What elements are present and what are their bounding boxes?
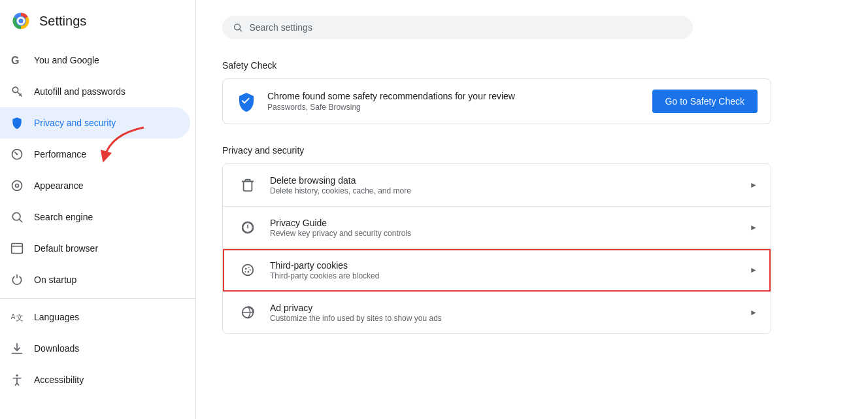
svg-point-6 xyxy=(12,87,18,92)
svg-point-31 xyxy=(242,265,254,276)
sidebar-item-default-browser[interactable]: Default browser xyxy=(0,233,190,264)
item-sub-text: Delete history, cookies, cache, and more xyxy=(270,186,411,195)
appearance-icon xyxy=(10,179,24,192)
third-party-cookies-item[interactable]: Third-party cookies Third-party cookies … xyxy=(223,249,771,292)
search-icon xyxy=(10,210,24,224)
search-input[interactable] xyxy=(249,22,682,33)
sidebar-item-search-engine[interactable]: Search engine xyxy=(0,201,190,233)
trash-icon xyxy=(236,173,259,197)
svg-line-8 xyxy=(20,93,22,95)
power-icon xyxy=(10,273,24,286)
sidebar-item-on-startup[interactable]: On startup xyxy=(0,264,190,295)
item-main-text: Ad privacy xyxy=(270,303,442,313)
svg-rect-16 xyxy=(12,244,23,254)
key-icon xyxy=(10,85,24,98)
sidebar-item-label: Autofill and passwords xyxy=(34,86,125,97)
svg-point-36 xyxy=(250,269,251,271)
cookie-icon xyxy=(236,258,259,282)
search-icon xyxy=(233,22,242,33)
app-title: Settings xyxy=(39,14,86,29)
ad-privacy-icon xyxy=(236,301,259,324)
sidebar-header: Settings xyxy=(0,0,195,42)
svg-point-13 xyxy=(16,184,19,188)
sidebar-item-label: Accessibility xyxy=(34,375,84,385)
sidebar-item-you-and-google[interactable]: G You and Google xyxy=(0,44,190,76)
accessibility-icon xyxy=(10,373,24,386)
sidebar-item-label: Appearance xyxy=(34,180,84,191)
safety-shield-icon xyxy=(236,91,257,112)
search-bar-container xyxy=(222,16,842,39)
svg-point-34 xyxy=(248,271,250,273)
safety-check-text: Chrome found some safety recommendations… xyxy=(267,91,515,112)
chrome-logo-icon xyxy=(10,10,31,31)
delete-browsing-data-item[interactable]: Delete browsing data Delete history, coo… xyxy=(223,164,771,207)
item-sub-text: Third-party cookies are blocked xyxy=(270,271,379,280)
item-sub-text: Review key privacy and security controls xyxy=(270,229,411,238)
svg-point-33 xyxy=(248,267,250,268)
sidebar-item-autofill[interactable]: Autofill and passwords xyxy=(0,76,190,107)
svg-line-23 xyxy=(240,29,242,31)
safety-check-main-text: Chrome found some safety recommendations… xyxy=(267,91,515,101)
sidebar-item-downloads[interactable]: Downloads xyxy=(0,333,190,364)
safety-check-left: Chrome found some safety recommendations… xyxy=(236,91,515,112)
svg-line-15 xyxy=(20,220,22,222)
translate-icon: A 文 xyxy=(10,310,24,324)
svg-point-32 xyxy=(245,268,247,270)
sidebar-item-privacy-security[interactable]: Privacy and security xyxy=(0,107,190,139)
sidebar: Settings G You and Google Autofill an xyxy=(0,0,196,419)
svg-line-9 xyxy=(19,95,20,96)
item-main-text: Privacy Guide xyxy=(270,218,411,228)
sidebar-item-performance[interactable]: Performance xyxy=(0,139,190,170)
item-text-group: Ad privacy Customize the info used by si… xyxy=(270,303,442,323)
sidebar-item-label: Languages xyxy=(34,312,79,322)
main-content: Safety Check Chrome found some safety re… xyxy=(196,0,868,419)
privacy-security-section: Privacy and security Delete browsing dat… xyxy=(222,145,771,334)
item-text-group: Delete browsing data Delete history, coo… xyxy=(270,175,411,195)
safety-check-card: Chrome found some safety recommendations… xyxy=(222,78,771,124)
sidebar-item-label: Search engine xyxy=(34,212,93,222)
chevron-right-icon: ► xyxy=(750,180,758,190)
item-main-text: Third-party cookies xyxy=(270,260,379,271)
svg-text:A: A xyxy=(11,313,16,320)
item-text-group: Privacy Guide Review key privacy and sec… xyxy=(270,218,411,238)
svg-point-35 xyxy=(244,271,246,273)
item-main-text: Delete browsing data xyxy=(270,175,411,186)
svg-text:G: G xyxy=(11,55,19,66)
svg-text:文: 文 xyxy=(16,313,24,322)
svg-point-12 xyxy=(12,181,22,191)
browser-icon xyxy=(10,242,24,255)
svg-point-11 xyxy=(16,154,18,156)
sidebar-item-label: Privacy and security xyxy=(34,118,116,128)
item-sub-text: Customize the info used by sites to show… xyxy=(270,314,442,323)
go-to-safety-check-button[interactable]: Go to Safety Check xyxy=(652,90,758,113)
sidebar-item-label: Downloads xyxy=(34,343,79,354)
sidebar-item-accessibility[interactable]: Accessibility xyxy=(0,364,190,395)
chevron-right-icon: ► xyxy=(750,308,758,317)
chevron-right-icon: ► xyxy=(750,223,758,232)
google-g-icon: G xyxy=(10,54,24,67)
privacy-security-list: Delete browsing data Delete history, coo… xyxy=(222,163,771,334)
sidebar-item-label: Performance xyxy=(34,149,86,159)
svg-point-4 xyxy=(19,19,24,24)
compass-icon xyxy=(236,216,259,239)
sidebar-item-appearance[interactable]: Appearance xyxy=(0,170,190,201)
privacy-security-section-title: Privacy and security xyxy=(222,145,771,156)
sidebar-item-label: You and Google xyxy=(34,55,99,65)
ad-privacy-item[interactable]: Ad privacy Customize the info used by si… xyxy=(223,292,771,333)
chevron-right-icon: ► xyxy=(750,265,758,275)
shield-icon xyxy=(10,116,24,129)
sidebar-nav: G You and Google Autofill and passwords xyxy=(0,42,195,398)
svg-point-21 xyxy=(16,375,18,377)
search-bar xyxy=(222,16,693,39)
gauge-icon xyxy=(10,148,24,161)
sidebar-item-languages[interactable]: A 文 Languages xyxy=(0,301,190,333)
sidebar-item-label: On startup xyxy=(34,275,76,285)
safety-check-sub-text: Passwords, Safe Browsing xyxy=(267,103,515,112)
item-text-group: Third-party cookies Third-party cookies … xyxy=(270,260,379,280)
privacy-guide-item[interactable]: Privacy Guide Review key privacy and sec… xyxy=(223,207,771,249)
safety-check-section-title: Safety Check xyxy=(222,60,842,71)
download-icon xyxy=(10,342,24,355)
sidebar-item-label: Default browser xyxy=(34,243,98,254)
